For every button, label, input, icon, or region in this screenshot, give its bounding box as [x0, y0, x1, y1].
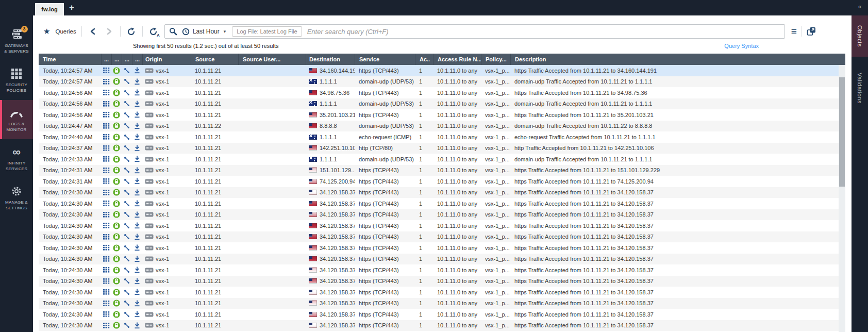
- refresh-button[interactable]: [126, 26, 137, 37]
- log-file-filter-chip[interactable]: Log File: Latest Log File: [232, 26, 302, 37]
- column-header[interactable]: Origin: [142, 54, 191, 65]
- table-row[interactable]: Today, 10:24:37 AM: [39, 143, 839, 154]
- destination-flag-icon: [309, 145, 317, 151]
- table-row[interactable]: Today, 10:24:30 AM: [39, 231, 839, 243]
- column-header[interactable]: Destination: [306, 54, 355, 65]
- column-header[interactable]: Ac..: [415, 54, 433, 65]
- new-tab-button[interactable]: +: [66, 2, 77, 13]
- scrollbar-thumb[interactable]: [839, 77, 845, 187]
- table-row[interactable]: Today, 10:24:30 AM: [39, 309, 839, 320]
- vertical-scrollbar[interactable]: [839, 65, 845, 332]
- access-rule-cell: 1: [415, 165, 433, 176]
- time-filter-dropdown[interactable]: Last Hour ▾: [182, 28, 226, 36]
- table-row[interactable]: Today, 10:24:30 AM: [39, 198, 839, 209]
- table-row[interactable]: Today, 10:24:56 AM: [39, 109, 839, 121]
- column-header[interactable]: Policy...: [481, 54, 510, 65]
- description-cell: https Traffic Accepted from 10.1.11.21 t…: [510, 109, 839, 121]
- table-row[interactable]: Today, 10:24:30 AM: [39, 254, 839, 265]
- table-row[interactable]: Today, 10:24:30 AM: [39, 320, 839, 331]
- policy-cell: vsx-1_p...: [481, 176, 510, 187]
- action-accept-icon: [111, 154, 122, 165]
- gateway-icon: [145, 168, 154, 173]
- column-header[interactable]: ...: [111, 54, 122, 65]
- sidebar-item-infinity-services[interactable]: ∞ INFINITYSERVICES: [0, 139, 33, 178]
- tab-objects[interactable]: Objects: [852, 15, 868, 57]
- open-in-new-window-icon[interactable]: [807, 27, 816, 36]
- table-row[interactable]: Today, 10:24:57 AM: [39, 65, 839, 76]
- table-row[interactable]: Today, 10:24:30 AM: [39, 187, 839, 198]
- column-header[interactable]: ...: [101, 54, 111, 65]
- column-header[interactable]: Service: [355, 54, 415, 65]
- query-syntax-link[interactable]: Query Syntax: [724, 43, 759, 49]
- destination-flag-icon: [309, 79, 317, 84]
- sidebar-item-gateways-servers[interactable]: 3 GATEWAYS& SERVERS: [0, 22, 33, 61]
- blade-grid-icon: [101, 143, 111, 154]
- table-row[interactable]: Today, 10:24:56 AM: [39, 87, 839, 98]
- action-accept-icon: [111, 143, 122, 154]
- table-row[interactable]: Today, 10:24:30 AM: [39, 298, 839, 309]
- table-row[interactable]: Today, 10:24:30 AM: [39, 264, 839, 276]
- auto-refresh-button[interactable]: A: [148, 26, 159, 37]
- service-cell: https (TCP/443): [355, 264, 415, 276]
- connection-icon: [122, 121, 132, 132]
- table-row[interactable]: Today, 10:24:30 AM: [39, 220, 839, 231]
- column-header[interactable]: Time: [39, 54, 101, 65]
- source-user-cell: [238, 98, 306, 110]
- destination-flag-icon: [309, 157, 317, 162]
- gateway-icon: [145, 179, 154, 184]
- queries-button[interactable]: Queries: [55, 28, 76, 35]
- destination-cell: 1.1.1.1: [306, 131, 355, 143]
- tab-validations[interactable]: Validations: [852, 60, 868, 117]
- table-row[interactable]: Today, 10:24:47 AM: [39, 121, 839, 132]
- forward-button[interactable]: [104, 26, 115, 37]
- access-rule-cell: 1: [415, 121, 433, 132]
- column-header[interactable]: Description: [510, 54, 845, 65]
- tab-fw-log[interactable]: fw.log: [35, 3, 64, 15]
- table-row[interactable]: Today, 10:24:30 AM: [39, 242, 839, 254]
- action-accept-icon: [111, 198, 122, 209]
- column-header[interactable]: Source: [191, 54, 238, 65]
- table-row[interactable]: Today, 10:24:30 AM: [39, 287, 839, 298]
- table-row[interactable]: Today, 10:24:31 AM: [39, 165, 839, 176]
- column-header[interactable]: Access Rule N...: [433, 54, 481, 65]
- smartconsole-logs-window: fw.log + 3 GATEWAYS& SERVERS: [0, 0, 868, 332]
- service-cell: http (TCP/80): [355, 143, 415, 154]
- table-row[interactable]: Today, 10:24:30 AM: [39, 276, 839, 287]
- column-header[interactable]: ...: [132, 54, 142, 65]
- search-bar[interactable]: Last Hour ▾ Log File: Latest Log File: [164, 24, 785, 39]
- origin-cell: vsx-1: [142, 209, 191, 221]
- service-cell: https (TCP/443): [355, 254, 415, 265]
- table-row[interactable]: Today, 10:24:57 AM: [39, 76, 839, 88]
- action-accept-icon: [111, 220, 122, 231]
- log-type-icon: [132, 276, 142, 287]
- sidebar-item-manage-settings[interactable]: MANAGE &SETTINGS: [0, 178, 33, 218]
- table-row[interactable]: Today, 10:24:30 AM: [39, 209, 839, 221]
- access-rule-cell: 1: [415, 276, 433, 287]
- policy-cell: vsx-1_p...: [481, 209, 510, 221]
- back-button[interactable]: [87, 26, 98, 37]
- menu-icon[interactable]: ≡: [791, 27, 797, 36]
- connection-icon: [122, 254, 132, 265]
- description-cell: https Traffic Accepted from 10.1.11.21 t…: [510, 264, 839, 276]
- service-cell: https (TCP/443): [355, 198, 415, 209]
- access-rule-cell: 1: [415, 220, 433, 231]
- access-rule-cell: 1: [415, 287, 433, 298]
- sidebar-item-security-policies[interactable]: SECURITYPOLICIES: [0, 61, 33, 100]
- log-type-icon: [132, 76, 142, 88]
- access-rule-name-cell: 10.1.11.0 to any: [433, 165, 481, 176]
- collapse-panel-icon[interactable]: «: [852, 3, 868, 10]
- search-input[interactable]: [307, 28, 780, 36]
- access-rule-name-cell: 10.1.11.0 to any: [433, 309, 481, 320]
- sidebar-item-logs-monitor[interactable]: LOGS &MONITOR: [0, 100, 33, 139]
- column-header[interactable]: Source User...: [238, 54, 306, 65]
- table-row[interactable]: Today, 10:24:33 AM: [39, 154, 839, 165]
- queries-star-icon[interactable]: ★: [43, 27, 50, 36]
- table-row[interactable]: Today, 10:24:40 AM: [39, 131, 839, 143]
- column-header[interactable]: ...: [122, 54, 132, 65]
- connection-icon: [122, 76, 132, 88]
- table-row[interactable]: Today, 10:24:56 AM: [39, 98, 839, 110]
- gateway-icon: [145, 101, 154, 106]
- table-row[interactable]: Today, 10:24:31 AM: [39, 176, 839, 187]
- policy-cell: vsx-1_p...: [481, 98, 510, 110]
- description-cell: domain-udp Traffic Accepted from 10.1.11…: [510, 98, 839, 110]
